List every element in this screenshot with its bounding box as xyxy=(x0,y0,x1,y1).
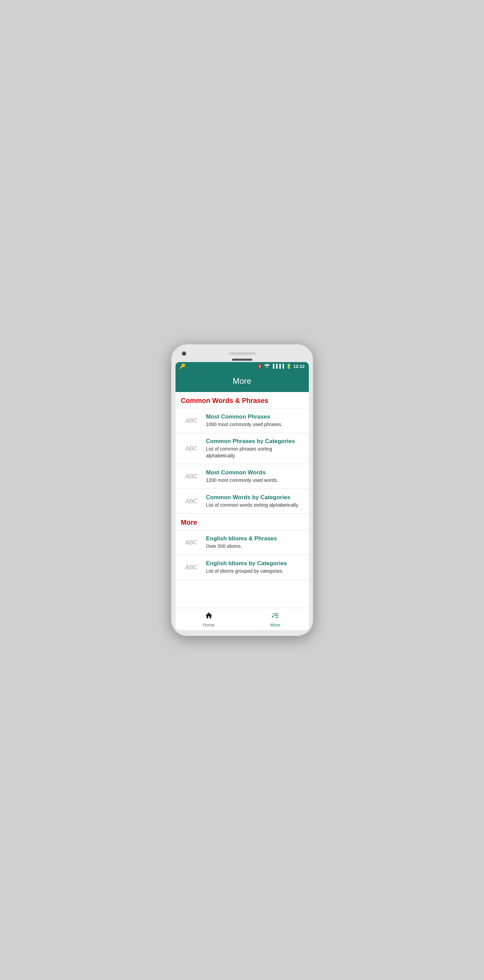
list-item-english-idioms-phrases[interactable]: ABC English Idioms & Phrases Over 500 id… xyxy=(176,530,309,555)
item-desc: Over 500 idioms. xyxy=(206,543,303,550)
item-desc: List of common phrases sorting alphabeti… xyxy=(206,446,303,459)
app-header: More xyxy=(176,370,309,392)
svg-point-0 xyxy=(267,367,268,368)
item-text: Common Phrases by Categories List of com… xyxy=(206,438,303,459)
item-title: Most Common Words xyxy=(206,469,303,476)
battery-icon: 🔋 xyxy=(286,364,292,369)
section-more: More ABC English Idioms & Phrases Over 5… xyxy=(176,514,309,580)
list-item-most-common-phrases[interactable]: ABC Most Common Phrases 1000 most common… xyxy=(176,408,309,433)
status-left: 🔑 xyxy=(179,363,186,369)
key-icon: 🔑 xyxy=(179,363,186,369)
item-title: Common Phrases by Categories xyxy=(206,438,303,445)
item-desc: List of common words sorting alphabetica… xyxy=(206,502,303,509)
item-text: Most Common Words 1200 most commonly use… xyxy=(206,469,303,484)
bottom-nav: Home More xyxy=(176,608,309,630)
abc-icon: ABC xyxy=(181,535,202,550)
nav-item-more[interactable]: More xyxy=(242,608,309,630)
section-common-words-phrases: Common Words & Phrases ABC Most Common P… xyxy=(176,392,309,514)
notch-area xyxy=(176,359,309,361)
nav-item-home[interactable]: Home xyxy=(176,608,242,630)
home-bar xyxy=(232,359,252,361)
item-title: English Idioms & Phrases xyxy=(206,535,303,542)
abc-icon: ABC xyxy=(181,413,202,428)
list-item-common-phrases-categories[interactable]: ABC Common Phrases by Categories List of… xyxy=(176,433,309,464)
nav-more-label: More xyxy=(270,622,281,627)
list-item-most-common-words[interactable]: ABC Most Common Words 1200 most commonly… xyxy=(176,464,309,489)
item-desc: List of idioms grouped by categories. xyxy=(206,568,303,575)
item-desc: 1000 most commonly used phrases. xyxy=(206,421,303,428)
nav-home-label: Home xyxy=(203,622,214,627)
abc-icon: ABC xyxy=(181,494,202,509)
speaker-grille xyxy=(229,352,256,355)
item-title: Most Common Phrases xyxy=(206,414,303,420)
content-area: Common Words & Phrases ABC Most Common P… xyxy=(176,392,309,608)
abc-icon: ABC xyxy=(181,560,202,575)
status-right: 🔇 ▐▐▐▐ 🔋 12:12 xyxy=(257,363,305,369)
abc-icon: ABC xyxy=(181,441,202,456)
wifi-icon xyxy=(264,363,270,369)
section-title-common: Common Words & Phrases xyxy=(176,392,309,408)
item-title: Common Words by Categories xyxy=(206,494,303,501)
item-title: English Idioms by Categories xyxy=(206,560,303,567)
list-item-english-idioms-categories[interactable]: ABC English Idioms by Categories List of… xyxy=(176,555,309,580)
abc-icon: ABC xyxy=(181,469,202,484)
screen: 🔑 🔇 ▐▐▐▐ 🔋 12:12 More xyxy=(176,362,309,630)
phone-shell: 🔑 🔇 ▐▐▐▐ 🔋 12:12 More xyxy=(171,344,314,636)
mute-icon: 🔇 xyxy=(257,364,263,369)
item-text: Most Common Phrases 1000 most commonly u… xyxy=(206,414,303,428)
time-display: 12:12 xyxy=(293,364,305,369)
item-text: Common Words by Categories List of commo… xyxy=(206,494,303,509)
list-item-common-words-categories[interactable]: ABC Common Words by Categories List of c… xyxy=(176,489,309,514)
item-text: English Idioms & Phrases Over 500 idioms… xyxy=(206,535,303,550)
app-title: More xyxy=(233,376,251,385)
camera-icon xyxy=(182,351,186,356)
home-icon xyxy=(205,611,213,622)
item-text: English Idioms by Categories List of idi… xyxy=(206,560,303,575)
item-desc: 1200 most commonly used words. xyxy=(206,477,303,484)
status-bar: 🔑 🔇 ▐▐▐▐ 🔋 12:12 xyxy=(176,362,309,370)
more-icon xyxy=(271,611,279,622)
phone-top-bar xyxy=(176,350,309,359)
section-title-more: More xyxy=(176,514,309,530)
signal-icon: ▐▐▐▐ xyxy=(271,364,284,369)
